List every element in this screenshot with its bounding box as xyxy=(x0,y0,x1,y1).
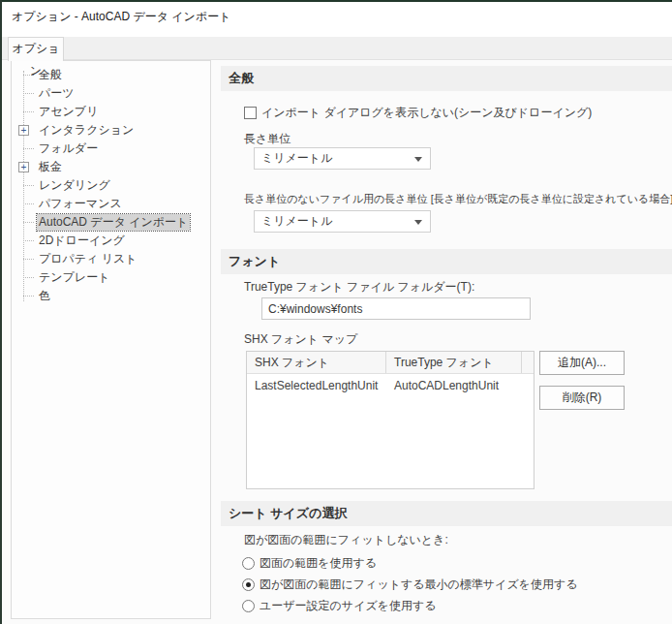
tree-item[interactable]: +板金 xyxy=(12,158,210,176)
no-unit-dropdown[interactable]: ミリメートル xyxy=(254,210,431,233)
tree-item[interactable]: パーツ xyxy=(12,84,210,103)
length-unit-label: 長さ単位 xyxy=(244,131,290,147)
tree-item[interactable]: アセンブリ xyxy=(12,103,210,121)
tree-item[interactable]: パフォーマンス xyxy=(12,195,210,213)
expand-plus-icon[interactable]: + xyxy=(18,125,29,136)
truetype-folder-label: TrueType フォント ファイル フォルダー(T): xyxy=(244,279,474,296)
table-column-filler xyxy=(522,352,534,373)
tree-item-label: テンプレート xyxy=(37,269,111,286)
tab-strip xyxy=(2,37,672,60)
sheet-size-option[interactable]: 図が図面の範囲にフィットする最小の標準サイズを使用する xyxy=(242,577,578,592)
table-column-header[interactable]: TrueType フォント xyxy=(386,352,522,373)
table-row[interactable]: LastSelectedLengthUnitAutoCADLengthUnit xyxy=(247,374,534,397)
tree-item-label: 色 xyxy=(37,288,52,304)
radio-unselected-icon[interactable] xyxy=(242,557,255,570)
radio-unselected-icon[interactable] xyxy=(242,600,255,612)
sheet-size-option-label: 図面の範囲を使用する xyxy=(260,555,377,572)
length-unit-dropdown[interactable]: ミリメートル xyxy=(254,147,431,170)
tree-item-label: パーツ xyxy=(37,85,76,102)
section-header-general: 全般 xyxy=(221,66,672,91)
hide-import-dialog-row[interactable]: インポート ダイアログを表示しない(シーン及びドローイング) xyxy=(244,105,592,121)
checkbox-unchecked-icon[interactable] xyxy=(244,107,257,119)
tree-item-label: AutoCAD データ インポート xyxy=(37,214,190,231)
table-cell: LastSelectedLengthUnit xyxy=(247,374,386,397)
no-unit-value: ミリメートル xyxy=(261,211,332,232)
remove-button[interactable]: 削除(R) xyxy=(539,386,625,410)
no-unit-label: 長さ単位のないファイル用の長さ単位 [長さ単位が既定の長さ単位に設定されている場… xyxy=(244,192,672,206)
tree-item[interactable]: テンプレート xyxy=(12,268,210,287)
shx-font-map-table: SHX フォントTrueType フォント LastSelectedLength… xyxy=(246,351,535,489)
length-unit-value: ミリメートル xyxy=(261,148,332,169)
tree-item-label: プロパティ リスト xyxy=(37,251,139,267)
settings-content-panel: 全般 インポート ダイアログを表示しない(シーン及びドローイング) 長さ単位 ミ… xyxy=(221,60,672,624)
sheet-size-option-label: ユーザー設定のサイズを使用する xyxy=(260,598,437,614)
window-title: オプション - AutoCAD データ インポート xyxy=(12,9,230,25)
add-button[interactable]: 追加(A)... xyxy=(539,351,625,375)
tree-item[interactable]: 2Dドローイング xyxy=(12,232,210,250)
tree-item[interactable]: +インタラクション xyxy=(12,121,210,140)
chevron-down-icon xyxy=(414,220,422,225)
tree-item-label: 板金 xyxy=(37,159,64,175)
truetype-folder-input[interactable] xyxy=(261,297,531,320)
settings-tree: 全般パーツアセンブリ+インタラクションフォルダー+板金レンダリングパフォーマンス… xyxy=(12,66,210,305)
table-body: LastSelectedLengthUnitAutoCADLengthUnit xyxy=(247,374,534,397)
sheet-size-option-label: 図が図面の範囲にフィットする最小の標準サイズを使用する xyxy=(260,577,578,593)
section-header-font: フォント xyxy=(221,249,672,274)
tree-item-label: フォルダー xyxy=(37,140,100,157)
settings-tree-panel: 全般パーツアセンブリ+インタラクションフォルダー+板金レンダリングパフォーマンス… xyxy=(11,60,211,619)
tree-item[interactable]: レンダリング xyxy=(12,176,210,195)
tree-item-label: パフォーマンス xyxy=(37,196,124,212)
shx-map-label: SHX フォント マップ xyxy=(244,331,357,348)
tree-item-label: レンダリング xyxy=(37,177,112,194)
sheet-size-option[interactable]: ユーザー設定のサイズを使用する xyxy=(242,598,437,613)
sheet-size-option[interactable]: 図面の範囲を使用する xyxy=(242,555,377,571)
tree-item[interactable]: プロパティ リスト xyxy=(12,250,210,268)
tree-item-label: 2Dドローイング xyxy=(37,233,127,249)
table-column-header[interactable]: SHX フォント xyxy=(247,352,386,373)
sheet-fit-prompt: 図が図面の範囲にフィットしないとき: xyxy=(244,532,448,548)
table-header-row: SHX フォントTrueType フォント xyxy=(247,352,534,374)
window-left-edge xyxy=(0,0,2,624)
tree-item-label: アセンブリ xyxy=(37,104,100,120)
tree-item[interactable]: 色 xyxy=(12,287,210,305)
title-bar: オプション - AutoCAD データ インポート xyxy=(2,2,672,37)
expand-plus-icon[interactable]: + xyxy=(18,162,29,172)
chevron-down-icon xyxy=(414,157,422,162)
radio-selected-icon[interactable] xyxy=(242,578,255,591)
hide-import-dialog-label: インポート ダイアログを表示しない(シーン及びドローイング) xyxy=(261,105,592,121)
table-cell: AutoCADLengthUnit xyxy=(386,374,522,397)
tree-item[interactable]: AutoCAD データ インポート xyxy=(12,213,210,232)
tab-options[interactable]: オプション xyxy=(8,37,64,61)
tree-item[interactable]: フォルダー xyxy=(12,140,210,158)
section-header-sheet-size: シート サイズの選択 xyxy=(221,501,672,526)
tree-item-label: インタラクション xyxy=(37,122,136,139)
